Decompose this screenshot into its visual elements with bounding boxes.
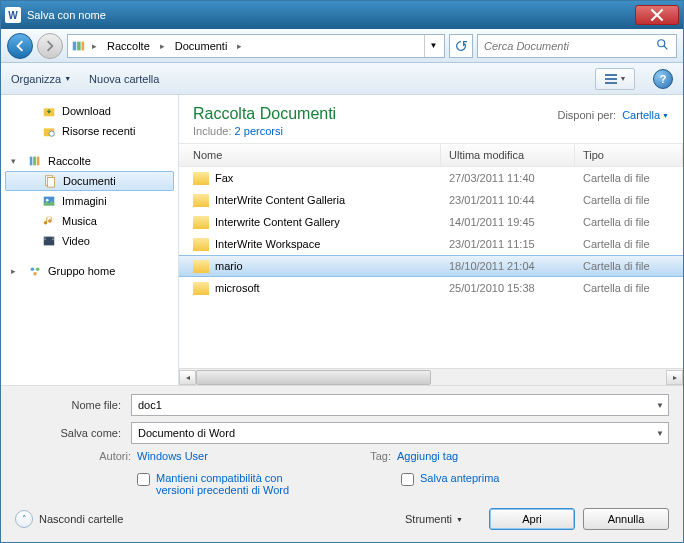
thumbnail-checkbox[interactable]: Salva anteprima (401, 472, 500, 496)
scroll-thumb[interactable] (196, 370, 431, 385)
scroll-right-button[interactable]: ▸ (666, 370, 683, 385)
download-icon (41, 103, 57, 119)
row-type: Cartella di file (575, 260, 683, 272)
sidebar-item-images[interactable]: Immagini (1, 191, 178, 211)
list-view-icon (604, 72, 618, 86)
sidebar-item-download[interactable]: Download (1, 101, 178, 121)
chevron-up-icon: ˄ (15, 510, 33, 528)
close-button[interactable] (635, 5, 679, 25)
filename-field[interactable]: doc1 ▼ (131, 394, 669, 416)
filename-value: doc1 (138, 399, 162, 411)
chevron-down-icon[interactable]: ▼ (656, 401, 664, 410)
search-input[interactable] (484, 40, 656, 52)
file-list[interactable]: Fax27/03/2011 11:40Cartella di fileInter… (179, 167, 683, 368)
arrange-by-link[interactable]: Cartella ▼ (622, 109, 669, 121)
thumbnail-checkbox-input[interactable] (401, 473, 414, 486)
horizontal-scrollbar[interactable]: ◂ ▸ (179, 368, 683, 385)
back-arrow-icon (14, 40, 26, 52)
saveas-value: Documento di Word (138, 427, 235, 439)
sidebar-item-libraries[interactable]: ▾ Raccolte (1, 151, 178, 171)
authors-label: Autori: (83, 450, 131, 462)
list-row[interactable]: InterWrite Content Galleria23/01/2011 10… (179, 189, 683, 211)
chevron-right-icon[interactable]: ▸ (88, 41, 101, 51)
libraries-icon (27, 153, 43, 169)
back-button[interactable] (7, 33, 33, 59)
scroll-left-button[interactable]: ◂ (179, 370, 196, 385)
folder-icon (193, 216, 209, 229)
svg-rect-21 (53, 239, 54, 240)
authors-value[interactable]: Windows User (137, 450, 208, 462)
row-date: 23/01/2011 11:15 (441, 238, 575, 250)
chevron-down-icon: ▼ (620, 75, 627, 82)
saveas-label: Salva come: (15, 427, 131, 439)
svg-rect-10 (30, 157, 33, 166)
libraries-icon (70, 38, 86, 54)
svg-point-9 (49, 131, 54, 136)
sidebar-item-music[interactable]: Musica (1, 211, 178, 231)
hide-folders-button[interactable]: ˄ Nascondi cartelle (15, 510, 123, 528)
svg-point-24 (33, 272, 37, 276)
svg-rect-11 (33, 157, 36, 166)
column-modified[interactable]: Ultima modifica (441, 144, 575, 166)
column-headers: Nome Ultima modifica Tipo (179, 143, 683, 167)
chevron-right-icon[interactable]: ▸ (156, 41, 169, 51)
library-subtitle: Include: 2 percorsi (193, 125, 557, 137)
tags-value[interactable]: Aggiungi tag (397, 450, 458, 462)
svg-point-23 (36, 268, 40, 272)
search-box[interactable] (477, 34, 677, 58)
compat-checkbox-input[interactable] (137, 473, 150, 486)
cancel-button[interactable]: Annulla (583, 508, 669, 530)
list-row[interactable]: Fax27/03/2011 11:40Cartella di file (179, 167, 683, 189)
list-row[interactable]: microsoft25/01/2010 15:38Cartella di fil… (179, 277, 683, 299)
sidebar-item-homegroup[interactable]: ▸ Gruppo home (1, 261, 178, 281)
navigation-bar: ▸ Raccolte ▸ Documenti ▸ ▼ (1, 29, 683, 63)
new-folder-label: Nuova cartella (89, 73, 159, 85)
sidebar-item-documents[interactable]: Documenti (5, 171, 174, 191)
row-name: mario (215, 260, 243, 272)
saveas-field[interactable]: Documento di Word ▼ (131, 422, 669, 444)
folder-icon (193, 194, 209, 207)
compat-checkbox[interactable]: Mantieni compatibilità con versioni prec… (137, 472, 291, 496)
expand-icon[interactable]: ▸ (11, 266, 16, 276)
row-type: Cartella di file (575, 216, 683, 228)
column-name[interactable]: Nome (179, 144, 441, 166)
list-row[interactable]: Interwrite Content Gallery14/01/2011 19:… (179, 211, 683, 233)
list-row[interactable]: InterWrite Workspace23/01/2011 11:15Cart… (179, 233, 683, 255)
collapse-icon[interactable]: ▾ (11, 156, 16, 166)
scroll-track[interactable] (196, 370, 666, 385)
chevron-down-icon[interactable]: ▼ (656, 429, 664, 438)
library-locations-link[interactable]: 2 percorsi (235, 125, 283, 137)
tools-menu[interactable]: Strumenti ▼ (405, 513, 463, 525)
organize-menu[interactable]: Organizza ▼ (11, 73, 71, 85)
row-date: 14/01/2011 19:45 (441, 216, 575, 228)
row-name: microsoft (215, 282, 260, 294)
row-date: 23/01/2011 10:44 (441, 194, 575, 206)
row-type: Cartella di file (575, 238, 683, 250)
svg-rect-1 (77, 41, 81, 50)
refresh-button[interactable] (449, 34, 473, 58)
music-icon (41, 213, 57, 229)
sidebar-item-video[interactable]: Video (1, 231, 178, 251)
chevron-right-icon[interactable]: ▸ (233, 41, 246, 51)
new-folder-button[interactable]: Nuova cartella (89, 73, 159, 85)
open-button[interactable]: Apri (489, 508, 575, 530)
column-type[interactable]: Tipo (575, 144, 683, 166)
breadcrumb-dropdown[interactable]: ▼ (424, 35, 442, 57)
breadcrumb-documents[interactable]: Documenti (171, 35, 232, 57)
svg-rect-2 (82, 41, 85, 50)
list-row[interactable]: mario18/10/2011 21:04Cartella di file (179, 255, 683, 277)
row-date: 25/01/2010 15:38 (441, 282, 575, 294)
chevron-down-icon: ▼ (456, 516, 463, 523)
documents-icon (42, 173, 58, 189)
homegroup-icon (27, 263, 43, 279)
forward-button[interactable] (37, 33, 63, 59)
sidebar-item-recent[interactable]: Risorse recenti (1, 121, 178, 141)
arrange-by: Disponi per: Cartella ▼ (557, 109, 669, 121)
view-mode-button[interactable]: ▼ (595, 68, 635, 90)
breadcrumb[interactable]: ▸ Raccolte ▸ Documenti ▸ ▼ (67, 34, 445, 58)
row-type: Cartella di file (575, 194, 683, 206)
library-header: Raccolta Documenti Include: 2 percorsi D… (179, 95, 683, 143)
help-button[interactable]: ? (653, 69, 673, 89)
breadcrumb-libraries[interactable]: Raccolte (103, 35, 154, 57)
search-icon[interactable] (656, 38, 670, 54)
